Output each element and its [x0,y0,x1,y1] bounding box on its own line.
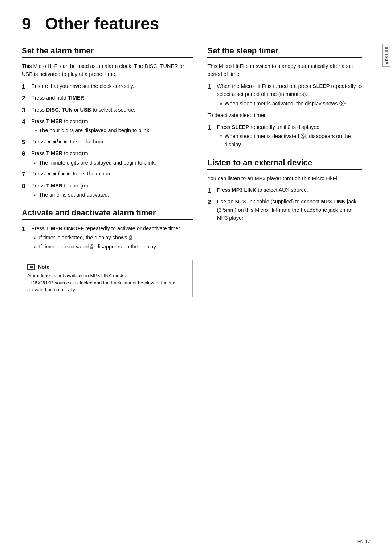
external-step-text-1: Press MP3 LINK to select AUX source. [217,186,362,194]
chapter-title-text: Other features [45,14,159,33]
activate-step-num-1: 1 [22,224,31,234]
activate-step-1: 1 Press TIMER ON/OFF repeatedly to activ… [22,224,193,251]
main-content: 9 Other features Set the alarm timer Thi… [0,0,380,555]
step-text-8: Press TIMER to conɖrm. The timer is set … [31,182,193,200]
deactivate-sub-1: When sleep timer is deactivated Ⓢ, disap… [217,132,362,149]
activate-sub-1: If timer is activated, the display shows… [31,234,193,242]
note-header: Note [27,264,187,270]
alarm-step-5: 5 Press ◄◄/►► to set the hour. [22,138,193,147]
step-num-1: 1 [22,82,31,92]
deactivate-step-text-1: Press SLEEP repeatedly until 0 is displa… [217,123,362,149]
alarm-step-8: 8 Press TIMER to conɖrm. The timer is se… [22,182,193,200]
step-text-6: Press TIMER to conɖrm. The minute digits… [31,149,193,167]
alarm-step-2: 2 Press and hold TIMER. [22,94,193,103]
external-step-num-2: 2 [207,198,217,207]
external-step-text-2: Use an MP3 link cable (supplied) to conn… [217,198,362,222]
sleep-step-num-1: 1 [207,82,217,92]
sleep-steps-list: 1 When the Micro Hi-Fi is turned on, pre… [207,82,362,108]
deactivate-step-num-1: 1 [207,123,217,133]
note-text-1: Alarm timer is not available in MP3 LINK… [27,272,187,279]
chapter-number: 9 [22,14,31,33]
alarm-step-7: 7 Press ◄◄ / ►► to set the minute. [22,170,193,179]
sleep-timer-section: Set the sleep timer This Micro Hi-Fi can… [207,46,362,150]
alarm-step-3: 3 Press DISC, TUN or USB to select a sou… [22,106,193,115]
sleep-step-text-1: When the Micro Hi-Fi is turned on, press… [217,82,362,108]
alarm-heading: Set the alarm timer [22,46,193,58]
step-num-3: 3 [22,106,31,115]
step-text-2: Press and hold TIMER. [31,94,193,102]
step-num-7: 7 [22,170,31,179]
deactivate-sleep-step-1: 1 Press SLEEP repeatedly until 0 is disp… [207,123,362,149]
language-label: English [382,44,390,67]
step-8-sub: The timer is set and activated. [31,191,193,199]
deactivate-sleep-label: To deactivate sleep timer [207,111,362,119]
sleep-sub: When sleep timer is activated, the displ… [217,100,362,108]
alarm-steps-list: 1 Ensure that you have set the clock cor… [22,82,193,200]
activate-sub-2: If timer is deactivated ⎙, disappears on… [31,243,193,251]
step-6-sub: The minute digits are displayed and begi… [31,159,193,167]
footer-text: EN 17 [357,539,370,544]
alarm-intro: This Micro Hi-Fi can be used as an alarm… [22,62,193,78]
note-label: Note [38,264,49,270]
step-4-sub: The hour digits are displayed and begin … [31,126,193,134]
activate-heading: Activate and deactivate alarm timer [22,208,193,220]
sleep-heading: Set the sleep timer [207,46,362,58]
chapter-title: 9 Other features [22,15,362,33]
note-icon [27,264,35,270]
external-device-section: Listen to an external device You can lis… [207,158,362,222]
step-num-6: 6 [22,149,31,159]
step-text-1: Ensure that you have set the clock corre… [31,82,193,90]
external-step-1: 1 Press MP3 LINK to select AUX source. [207,186,362,195]
alarm-step-4: 4 Press TIMER to conɖrm. The hour digits… [22,117,193,135]
step-text-5: Press ◄◄/►► to set the hour. [31,138,193,146]
external-step-2: 2 Use an MP3 link cable (supplied) to co… [207,198,362,222]
step-num-5: 5 [22,138,31,147]
note-box: Note Alarm timer is not available in MP3… [22,260,193,297]
sleep-step-1: 1 When the Micro Hi-Fi is turned on, pre… [207,82,362,108]
external-step-num-1: 1 [207,186,217,195]
external-steps-list: 1 Press MP3 LINK to select AUX source. 2… [207,186,362,222]
external-heading: Listen to an external device [207,158,362,170]
deactivate-sleep-steps: 1 Press SLEEP repeatedly until 0 is disp… [207,123,362,149]
step-4-sub-1: The hour digits are displayed and begin … [31,126,193,134]
step-8-sub-1: The timer is set and activated. [31,191,193,199]
two-col-layout: Set the alarm timer This Micro Hi-Fi can… [22,46,362,297]
alarm-step-6: 6 Press TIMER to conɖrm. The minute digi… [22,149,193,167]
activate-step-text-1: Press TIMER ON/OFF repeatedly to activat… [31,224,193,251]
alarm-step-1: 1 Ensure that you have set the clock cor… [22,82,193,92]
note-text-2: If DISC/USB source is selected and the t… [27,279,187,293]
step-text-4: Press TIMER to conɖrm. The hour digits a… [31,117,193,135]
step-text-3: Press DISC, TUN or USB to select a sourc… [31,106,193,114]
activate-alarm-section: Activate and deactivate alarm timer 1 Pr… [22,208,193,251]
sidebar-language: English [380,0,392,555]
deactivate-sub: When sleep timer is deactivated Ⓢ, disap… [217,132,362,149]
step-num-8: 8 [22,182,31,191]
page: 9 Other features Set the alarm timer Thi… [0,0,392,555]
step-num-4: 4 [22,117,31,127]
step-text-7: Press ◄◄ / ►► to set the minute. [31,170,193,178]
sleep-sub-1: When sleep timer is activated, the displ… [217,100,362,108]
right-column: Set the sleep timer This Micro Hi-Fi can… [207,46,362,297]
step-num-2: 2 [22,94,31,103]
activate-steps-list: 1 Press TIMER ON/OFF repeatedly to activ… [22,224,193,251]
left-column: Set the alarm timer This Micro Hi-Fi can… [22,46,193,297]
sleep-intro: This Micro Hi-Fi can switch to standby a… [207,62,362,78]
alarm-timer-section: Set the alarm timer This Micro Hi-Fi can… [22,46,193,200]
activate-sub: If timer is activated, the display shows… [31,234,193,251]
step-6-sub-1: The minute digits are displayed and begi… [31,159,193,167]
page-footer: EN 17 [357,539,370,544]
external-intro: You can listen to an MP3 player through … [207,174,362,182]
